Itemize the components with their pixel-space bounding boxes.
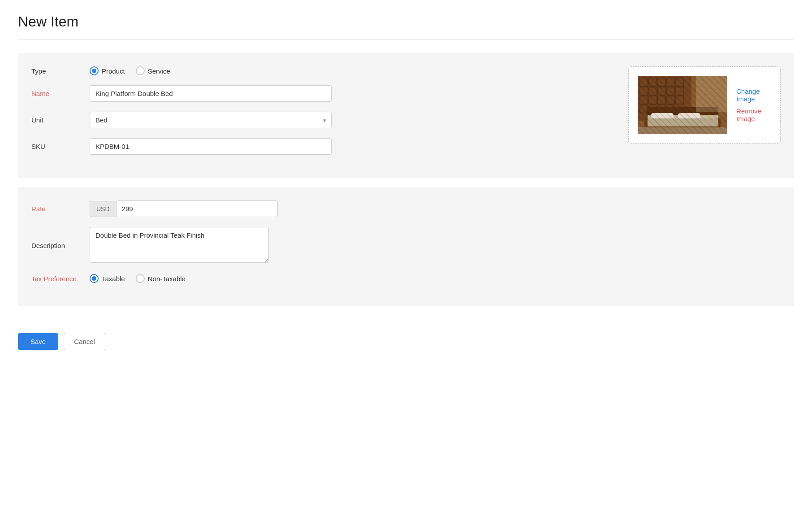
radio-service[interactable]: Service	[136, 66, 170, 75]
svg-rect-20	[667, 105, 675, 113]
svg-rect-3	[649, 78, 657, 86]
sku-input-wrap	[90, 138, 610, 155]
radio-taxable[interactable]: Taxable	[90, 274, 125, 283]
svg-rect-10	[667, 87, 675, 95]
image-actions: Change Image Remove Image	[736, 87, 771, 122]
sku-row: SKU	[31, 138, 610, 155]
svg-rect-0	[638, 76, 727, 134]
rate-input[interactable]	[116, 200, 278, 217]
radio-non-taxable[interactable]: Non-Taxable	[136, 274, 186, 283]
rate-label: Rate	[31, 205, 90, 213]
name-row: Name	[31, 85, 610, 102]
cancel-button[interactable]: Cancel	[64, 333, 105, 350]
svg-rect-12	[640, 96, 648, 104]
bottom-section: Rate USD Description Double Bed in Provi…	[18, 187, 794, 306]
tax-row: Tax Preference Taxable Non-Taxable	[31, 274, 781, 283]
product-image	[638, 76, 727, 134]
radio-taxable-circle	[90, 274, 99, 283]
unit-select-wrap: Bed Piece Unit Box Set ▾	[90, 112, 610, 128]
tax-label: Tax Preference	[31, 275, 90, 283]
currency-badge: USD	[90, 201, 116, 217]
unit-label: Unit	[31, 116, 90, 124]
type-label-wrap: Type	[31, 67, 90, 75]
radio-non-taxable-circle	[136, 274, 145, 283]
svg-rect-16	[676, 96, 684, 104]
svg-rect-14	[658, 96, 666, 104]
unit-dropdown[interactable]: Bed Piece Unit Box Set ▾	[90, 112, 332, 128]
rate-label-wrap: Rate	[31, 205, 90, 213]
svg-rect-15	[667, 96, 675, 104]
description-row: Description Double Bed in Provincial Tea…	[31, 227, 781, 264]
name-label-wrap: Name	[31, 90, 90, 97]
change-image-link[interactable]: Change Image	[736, 87, 771, 103]
description-textarea[interactable]: Double Bed in Provincial Teak Finish	[90, 227, 269, 263]
svg-rect-26	[648, 118, 718, 126]
radio-service-label: Service	[148, 67, 170, 75]
section-top-layout: Type Product Service	[31, 66, 781, 165]
svg-rect-27	[696, 76, 727, 112]
product-image-svg	[638, 76, 727, 134]
description-label-wrap: Description	[31, 242, 90, 249]
svg-rect-19	[658, 105, 666, 113]
sku-label: SKU	[31, 143, 90, 150]
name-input-wrap	[90, 85, 610, 102]
unit-label-wrap: Unit ?	[31, 116, 90, 124]
svg-rect-24	[651, 113, 674, 120]
name-input[interactable]	[90, 85, 332, 102]
image-section: Change Image Remove Image	[628, 66, 781, 144]
tax-label-wrap: Tax Preference	[31, 275, 90, 283]
rate-input-wrap: USD	[90, 200, 781, 217]
description-input-wrap: Double Bed in Provincial Teak Finish	[90, 227, 781, 264]
header-divider	[18, 39, 794, 39]
type-row: Type Product Service	[31, 66, 610, 75]
type-label: Type	[31, 67, 90, 75]
svg-rect-2	[640, 78, 648, 86]
radio-product-circle	[90, 66, 99, 75]
svg-rect-21	[647, 107, 718, 121]
svg-rect-23	[648, 115, 718, 124]
footer-actions: Save Cancel	[18, 320, 794, 350]
sku-input[interactable]	[90, 138, 332, 155]
svg-rect-22	[644, 118, 721, 131]
svg-rect-18	[649, 105, 657, 113]
svg-rect-13	[649, 96, 657, 104]
remove-image-link[interactable]: Remove Image	[736, 107, 771, 122]
tax-radio-group: Taxable Non-Taxable	[90, 274, 781, 283]
radio-service-circle	[136, 66, 145, 75]
rate-row: Rate USD	[31, 200, 781, 217]
svg-rect-5	[667, 78, 675, 86]
svg-rect-11	[676, 87, 684, 95]
description-label: Description	[31, 242, 90, 249]
radio-taxable-label: Taxable	[102, 275, 125, 283]
name-label: Name	[31, 90, 90, 97]
unit-row: Unit ? Bed Piece Unit Box Set	[31, 112, 610, 128]
radio-product[interactable]: Product	[90, 66, 125, 75]
svg-rect-6	[676, 78, 684, 86]
top-section: Type Product Service	[18, 53, 794, 178]
image-upload-box: Change Image Remove Image	[628, 66, 781, 144]
radio-non-taxable-label: Non-Taxable	[148, 275, 186, 283]
svg-rect-25	[678, 113, 700, 120]
svg-rect-17	[640, 105, 648, 113]
unit-select[interactable]: Bed Piece Unit Box Set	[90, 112, 332, 128]
page-title: New Item	[18, 13, 794, 30]
rate-input-group: USD	[90, 200, 278, 217]
sku-label-wrap: SKU	[31, 143, 90, 150]
page-wrapper: New Item Type Product	[0, 0, 812, 505]
save-button[interactable]: Save	[18, 333, 58, 350]
svg-rect-9	[658, 87, 666, 95]
svg-rect-1	[638, 76, 691, 121]
svg-rect-7	[640, 87, 648, 95]
svg-rect-8	[649, 87, 657, 95]
svg-rect-4	[658, 78, 666, 86]
svg-rect-28	[638, 127, 727, 134]
form-left: Type Product Service	[31, 66, 610, 165]
radio-product-label: Product	[102, 67, 125, 75]
type-radio-group: Product Service	[90, 66, 610, 75]
section-divider	[18, 178, 794, 187]
